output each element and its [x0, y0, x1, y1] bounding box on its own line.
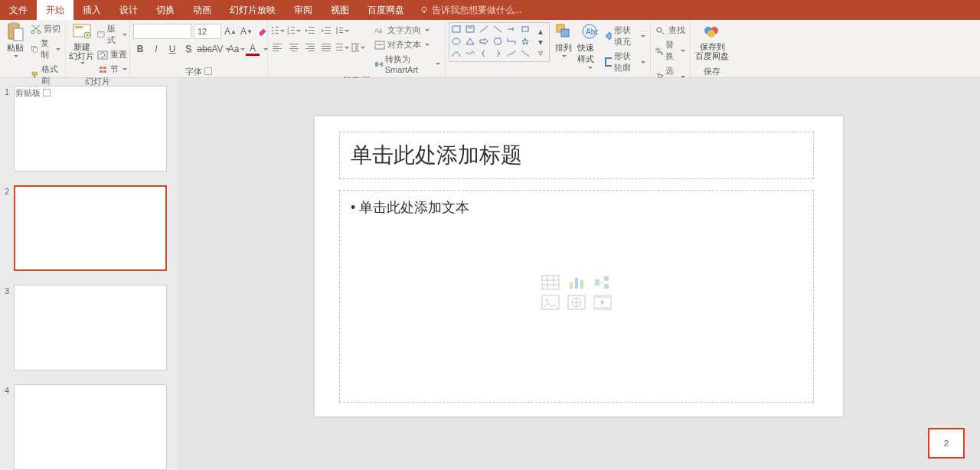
slide-thumbnail[interactable]	[14, 185, 167, 271]
tab-review[interactable]: 审阅	[285, 0, 322, 20]
section-button[interactable]: 节	[96, 63, 129, 76]
shape-curve-icon[interactable]	[451, 49, 462, 58]
layout-button[interactable]: 版式	[96, 22, 129, 47]
justify-button[interactable]	[319, 41, 333, 54]
svg-rect-87	[542, 276, 559, 289]
font-color-button[interactable]: A	[246, 42, 260, 56]
shape-connector-icon[interactable]	[506, 49, 517, 58]
font-launcher[interactable]	[204, 67, 212, 75]
numbering-button[interactable]: 123	[287, 24, 301, 38]
shape-star-icon[interactable]	[520, 37, 531, 46]
align-left-button[interactable]	[271, 41, 285, 54]
tab-home[interactable]: 开始	[37, 0, 74, 20]
align-right-button[interactable]	[303, 41, 317, 54]
slide-thumbnail[interactable]	[14, 285, 167, 370]
tab-slideshow[interactable]: 幻灯片放映	[220, 0, 285, 20]
grow-font-button[interactable]: A▲	[224, 24, 237, 38]
svg-rect-44	[273, 48, 282, 49]
insert-smartart-icon[interactable]	[593, 275, 612, 290]
gallery-expand[interactable]: ▿	[534, 47, 547, 58]
gallery-scroll-down[interactable]: ▾	[534, 37, 547, 47]
shape-rect-icon[interactable]	[451, 24, 462, 34]
outdent-button[interactable]	[303, 24, 317, 38]
insert-picture-icon[interactable]	[541, 295, 560, 310]
save-baidu-button[interactable]: 保存到 百度网盘	[694, 22, 730, 60]
smartart-button[interactable]: 转换为 SmartArt	[373, 53, 442, 75]
paste-button[interactable]: 粘贴	[3, 22, 28, 57]
copy-button[interactable]: 复制	[29, 37, 62, 61]
tab-view[interactable]: 视图	[322, 0, 358, 20]
insert-online-pic-icon[interactable]	[567, 295, 586, 310]
brush-icon	[31, 70, 39, 80]
insert-video-icon[interactable]	[593, 295, 612, 310]
content-placeholder[interactable]: • 单击此处添加文本	[339, 190, 814, 403]
align-center-button[interactable]	[287, 41, 301, 54]
shape-textbox-icon[interactable]	[465, 24, 475, 34]
columns-button[interactable]	[351, 41, 365, 54]
quick-styles-button[interactable]: Abc 快速样式	[577, 22, 602, 69]
char-spacing-button[interactable]: AV	[214, 42, 227, 56]
shape-gallery[interactable]	[451, 24, 532, 60]
italic-button[interactable]: I	[149, 42, 163, 56]
slide[interactable]: 单击此处添加标题 • 单击此处添加文本	[315, 116, 843, 416]
bold-button[interactable]: B	[133, 42, 147, 56]
reset-button[interactable]: 重置	[96, 48, 129, 61]
shape-hexagon-icon[interactable]	[492, 37, 503, 46]
strike-button[interactable]: abc	[198, 42, 211, 56]
distribute-button[interactable]	[335, 41, 349, 54]
shape-rect2-icon[interactable]	[520, 24, 531, 34]
svg-rect-74	[561, 29, 569, 37]
shape-line-icon[interactable]	[479, 24, 489, 34]
align-left-icon	[273, 43, 283, 52]
tab-baidu[interactable]: 百度网盘	[358, 0, 413, 20]
tab-design[interactable]: 设计	[110, 0, 147, 20]
tab-insert[interactable]: 插入	[74, 0, 110, 20]
font-size-input[interactable]	[194, 24, 221, 39]
shape-curve2-icon[interactable]	[465, 49, 475, 58]
tab-animation[interactable]: 动画	[184, 0, 220, 20]
indent-button[interactable]	[319, 24, 333, 38]
change-case-button[interactable]: Aa	[230, 42, 243, 56]
tab-file[interactable]: 文件	[0, 0, 37, 20]
shape-fill-button[interactable]: 形状填充	[603, 24, 647, 48]
font-name-input[interactable]	[133, 24, 191, 39]
shape-triangle-icon[interactable]	[465, 37, 475, 46]
shape-more-icon[interactable]	[520, 49, 531, 58]
arrange-button[interactable]: 排列	[551, 22, 576, 57]
svg-rect-48	[289, 48, 299, 49]
shape-arrow-icon[interactable]	[506, 24, 517, 34]
shape-elbow-icon[interactable]	[506, 37, 517, 46]
shrink-font-button[interactable]: A▼	[240, 24, 253, 38]
shape-line2-icon[interactable]	[492, 24, 503, 34]
svg-rect-26	[275, 33, 279, 34]
gallery-scroll-up[interactable]: ▴	[534, 26, 547, 37]
clipboard-launcher[interactable]	[43, 89, 51, 96]
svg-rect-3	[11, 22, 17, 25]
title-placeholder[interactable]: 单击此处添加标题	[339, 132, 814, 179]
shape-arrowblock-icon[interactable]	[479, 37, 489, 46]
bullets-button[interactable]	[271, 24, 285, 38]
text-direction-button[interactable]: A文字方向	[373, 24, 442, 37]
align-text-button[interactable]: 对齐文本	[373, 38, 442, 51]
tab-transition[interactable]: 切换	[147, 0, 184, 20]
svg-rect-42	[273, 44, 282, 44]
slide-thumbnail[interactable]	[14, 86, 167, 171]
line-spacing-button[interactable]	[335, 24, 349, 38]
tell-me[interactable]: 告诉我您想要做什么...	[413, 0, 522, 20]
shadow-button[interactable]: S	[181, 42, 195, 56]
new-slide-button[interactable]: 新建 幻灯片	[69, 22, 94, 64]
shape-rbrace-icon[interactable]	[492, 49, 503, 58]
shape-outline-button[interactable]: 形状轮廓	[603, 50, 647, 74]
cut-button[interactable]: 剪切	[29, 22, 62, 35]
format-painter-button[interactable]: 格式刷	[29, 63, 62, 87]
slide-thumbnail[interactable]	[14, 384, 167, 470]
replace-button[interactable]: abac替换	[654, 38, 687, 63]
shape-lbrace-icon[interactable]	[479, 49, 489, 58]
underline-button[interactable]: U	[165, 42, 179, 56]
slide-canvas-area[interactable]: 单击此处添加标题 • 单击此处添加文本 2	[178, 78, 980, 470]
insert-table-icon[interactable]	[541, 275, 560, 290]
insert-chart-icon[interactable]	[567, 275, 586, 290]
shape-oval-icon[interactable]	[451, 37, 462, 46]
find-button[interactable]: 查找	[654, 24, 687, 37]
svg-rect-34	[309, 30, 315, 31]
